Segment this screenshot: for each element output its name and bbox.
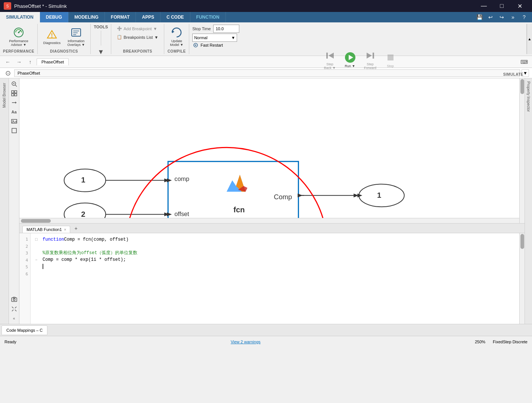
performance-group: PerformanceAdvisor ▼ PERFORMANCE — [0, 24, 38, 54]
information-icon — [70, 26, 82, 38]
code-scrollbar[interactable] — [519, 233, 525, 324]
tab-apps[interactable]: APPS — [136, 12, 161, 22]
fast-restart-icon — [192, 43, 199, 48]
ready-status: Ready — [4, 340, 16, 344]
more-button[interactable]: » — [508, 12, 518, 22]
svg-marker-12 — [195, 44, 197, 46]
scroll-thumb[interactable] — [520, 234, 524, 249]
save-button[interactable]: 💾 — [475, 12, 484, 22]
update-model-button[interactable]: UpdateModel ▼ — [167, 25, 186, 49]
step-back-icon — [324, 50, 336, 62]
nav-forward-button[interactable]: → — [14, 57, 24, 67]
rect-button[interactable] — [10, 126, 18, 135]
svg-marker-29 — [15, 101, 16, 104]
maximize-button[interactable]: □ — [493, 0, 510, 12]
svg-rect-17 — [373, 53, 374, 59]
zoom-fit-button[interactable] — [10, 80, 18, 88]
undo-button[interactable]: ↩ — [486, 12, 495, 22]
add-icon: ➕ — [117, 26, 122, 31]
add-tab-button[interactable]: + — [71, 224, 81, 233]
text-button[interactable]: Aa — [10, 108, 18, 116]
add-breakpoint-button[interactable]: ➕ Add Breakpoint ▼ — [114, 25, 160, 32]
expand-button[interactable] — [10, 305, 18, 313]
diagnostics-button[interactable]: Diagnostics — [41, 26, 63, 47]
image-button[interactable] — [10, 117, 18, 125]
line-numbers: 1 2 3 4 5 6 — [19, 233, 31, 324]
ribbon-tab-bar: SIMULATION DEBUG MODELING FORMAT APPS C … — [0, 12, 532, 22]
svg-line-21 — [15, 85, 17, 87]
output-block-1[interactable] — [359, 184, 404, 207]
svg-line-38 — [15, 310, 16, 311]
property-inspector-label[interactable]: Property Inspector — [525, 78, 532, 115]
svg-line-37 — [12, 307, 13, 308]
line-num-5: 5 — [19, 264, 30, 271]
address-input[interactable] — [14, 69, 520, 77]
line-num-6: 6 — [19, 271, 30, 278]
svg-text:1: 1 — [377, 191, 381, 199]
help-button[interactable]: ? — [519, 12, 529, 22]
secondary-toolbar: ← → ↑ PhaseOffset ⌨ — [0, 56, 532, 68]
simulate-group: Stop Time Normal ▼ Fast Restart — [189, 24, 527, 54]
information-overlays-button[interactable]: InformationOverlays ▼ — [65, 25, 87, 49]
keyboard-button[interactable]: ⌨ — [519, 57, 529, 67]
tools-dropdown-button[interactable]: ▼ — [96, 47, 106, 57]
phaseoffset-tab[interactable]: PhaseOffset — [37, 58, 69, 65]
canvas-scroll-thumb[interactable] — [520, 79, 524, 94]
breadcrumb-back-button[interactable]: ⊙ — [3, 68, 13, 78]
fit-all-button[interactable] — [10, 89, 18, 97]
model-browser-label[interactable]: Model Browser — [1, 80, 7, 111]
canvas-vscrollbar[interactable] — [519, 78, 525, 223]
tab-modeling[interactable]: MODELING — [68, 12, 105, 22]
solver-info: FixedStep Discrete — [493, 340, 528, 344]
step-forward-button[interactable]: StepForward — [361, 48, 380, 72]
svg-marker-53 — [298, 194, 302, 197]
tab-simulation[interactable]: SIMULATION — [0, 12, 40, 22]
svg-rect-27 — [15, 94, 17, 96]
collapse-tools-button[interactable]: « — [10, 314, 18, 322]
breakpoints-group-label: BREAKPOINTS — [123, 49, 152, 53]
svg-rect-13 — [326, 53, 328, 59]
stop-time-input[interactable] — [213, 25, 239, 33]
svg-text:2: 2 — [81, 210, 85, 218]
list-icon: 📋 — [117, 35, 122, 40]
svg-marker-32 — [12, 121, 17, 123]
route-button[interactable] — [10, 99, 18, 107]
bottom-tabbar: Code Mappings – C — [0, 324, 532, 336]
performance-icon — [13, 26, 25, 38]
code-line-4: – Comp = comp * exp(1i * offset); — [35, 256, 515, 263]
nav-back-button[interactable]: ← — [3, 57, 13, 67]
canvas-area[interactable]: comp offset Comp fcn MAT — [19, 78, 525, 324]
svg-text:1: 1 — [81, 176, 85, 184]
svg-point-2 — [18, 32, 19, 33]
nav-up-button[interactable]: ↑ — [25, 57, 35, 67]
code-mappings-tab[interactable]: Code Mappings – C — [1, 325, 47, 335]
performance-advisor-button[interactable]: PerformanceAdvisor ▼ — [6, 25, 31, 49]
canvas-hscroll-thumb[interactable] — [21, 219, 51, 223]
diagnostics-group-label: DIAGNOSTICS — [50, 49, 78, 53]
redo-button[interactable]: ↪ — [497, 12, 507, 22]
ribbon-collapse-button[interactable]: ▲ — [527, 24, 532, 54]
screenshot-button[interactable] — [10, 296, 18, 304]
simulation-mode-select[interactable]: Normal ▼ — [192, 34, 237, 42]
address-bar: ⊙ ▼ — [0, 68, 532, 78]
fast-restart-option[interactable]: Fast Restart — [192, 43, 223, 48]
run-button[interactable]: Run ▼ — [341, 50, 360, 70]
tab-debug[interactable]: DEBUG — [40, 12, 68, 22]
warnings-link[interactable]: View 2 warnings — [231, 340, 261, 344]
canvas-hscrollbar[interactable] — [19, 218, 519, 223]
tab-close-button[interactable]: × — [64, 228, 66, 232]
stop-button[interactable]: Stop — [381, 50, 400, 70]
svg-rect-26 — [12, 94, 14, 96]
status-bar: Ready View 2 warnings 250% FixedStep Dis… — [0, 336, 532, 347]
tab-format[interactable]: FORMAT — [105, 12, 136, 22]
code-editor[interactable]: □ function Comp = fcn(comp, offset) %原复数… — [31, 233, 519, 324]
zoom-level: 250% — [475, 340, 485, 344]
tab-ccode[interactable]: C CODE — [161, 12, 190, 22]
breakpoints-list-button[interactable]: 📋 Breakpoints List ▼ — [114, 33, 161, 41]
close-button[interactable]: ✕ — [511, 0, 528, 12]
tab-function[interactable]: FUNCTION — [190, 12, 226, 22]
step-back-button[interactable]: StepBack ▼ — [321, 48, 339, 72]
ribbon-toolbar: PerformanceAdvisor ▼ PERFORMANCE Diagnos… — [0, 22, 532, 56]
minimize-button[interactable]: — — [475, 0, 492, 12]
matlab-function-tab[interactable]: MATLAB Function1 × — [22, 226, 70, 233]
